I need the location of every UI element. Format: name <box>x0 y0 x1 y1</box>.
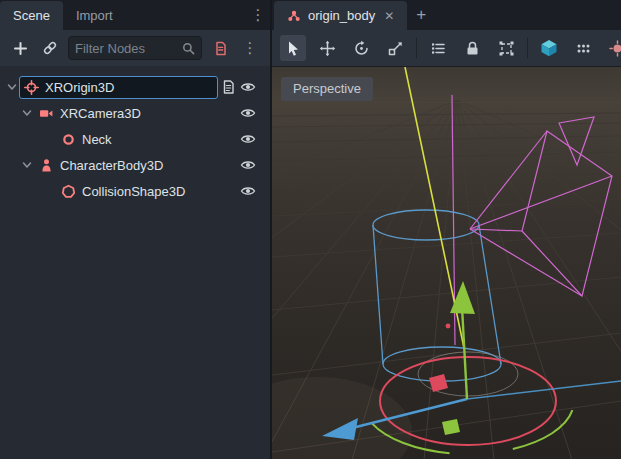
filter-nodes-input[interactable] <box>75 41 182 56</box>
plus-icon <box>13 41 28 56</box>
rotate-tool-button[interactable] <box>348 35 374 61</box>
dock-menu-icon[interactable]: ⋮ <box>246 0 270 30</box>
tree-row-content[interactable]: XRCamera3D <box>34 102 238 125</box>
add-node-button[interactable] <box>8 36 32 60</box>
perspective-menu-button[interactable]: Perspective <box>281 77 373 101</box>
tree-row-selection[interactable]: XROrigin3D <box>19 76 218 99</box>
node-name: XROrigin3D <box>45 80 114 95</box>
group-button[interactable] <box>493 35 519 61</box>
sun-preview-toggle[interactable] <box>604 35 621 61</box>
tree-row-neck[interactable]: Neck <box>0 126 270 152</box>
close-tab-icon[interactable]: ✕ <box>382 9 394 23</box>
node-name: CharacterBody3D <box>60 158 163 173</box>
tab-scene-label: Scene <box>13 8 50 23</box>
new-tab-button[interactable]: + <box>407 0 435 30</box>
select-arrow-icon <box>285 40 302 57</box>
scene-dock: Scene Import ⋮ <box>0 0 270 459</box>
3d-scene-render <box>272 67 621 459</box>
scene-tabs: origin_body ✕ + <box>272 0 621 30</box>
move-tool-button[interactable] <box>314 35 340 61</box>
marker-ring-icon <box>61 132 76 147</box>
cube-icon <box>539 38 559 58</box>
visibility-toggle[interactable] <box>238 107 258 119</box>
viewport-pane: origin_body ✕ + <box>270 0 621 459</box>
tree-row-content[interactable]: Neck <box>56 128 238 151</box>
scale-tool-button[interactable] <box>382 35 408 61</box>
toolbar-separator <box>527 38 528 58</box>
visibility-toggle[interactable] <box>238 159 258 171</box>
node-list-button[interactable] <box>425 35 451 61</box>
xr-origin-icon <box>24 80 39 95</box>
rotate-arc-green[interactable] <box>513 410 573 449</box>
attach-script-button[interactable] <box>208 36 232 60</box>
tab-scene[interactable]: Scene <box>0 1 63 30</box>
eye-icon <box>240 133 256 145</box>
filter-nodes-box <box>68 36 202 60</box>
eye-icon <box>240 81 256 93</box>
rotate-icon <box>353 40 370 57</box>
tab-label: origin_body <box>308 8 375 23</box>
instantiate-scene-button[interactable] <box>38 36 62 60</box>
scene-dock-tabbar: Scene Import ⋮ <box>0 0 270 30</box>
plane-handle-green[interactable] <box>442 419 460 435</box>
move-icon <box>319 40 336 57</box>
sun-icon <box>609 40 621 57</box>
translate-handle-green[interactable] <box>462 307 467 399</box>
list-select-icon <box>430 40 447 57</box>
script-icon <box>222 80 235 94</box>
tree-row-xrcamera3d[interactable]: XRCamera3D <box>0 100 270 126</box>
scene-3d-icon <box>287 9 301 23</box>
visibility-toggle[interactable] <box>238 81 258 93</box>
tab-origin-body[interactable]: origin_body ✕ <box>274 1 407 30</box>
tree-row-content[interactable]: CharacterBody3D <box>34 154 238 177</box>
visibility-toggle[interactable] <box>238 133 258 145</box>
visibility-toggle[interactable] <box>238 185 258 197</box>
scene-tree: XROrigin3D <box>0 66 270 459</box>
scene-menu-icon[interactable]: ⋮ <box>238 36 262 60</box>
tree-row-characterbody3d[interactable]: CharacterBody3D <box>0 152 270 178</box>
lock-button[interactable] <box>459 35 485 61</box>
viewport-3d[interactable]: Perspective <box>272 66 621 459</box>
collapse-arrow-icon[interactable] <box>19 160 34 170</box>
collapse-arrow-icon[interactable] <box>4 82 19 92</box>
group-icon <box>498 40 515 57</box>
node-name: CollisionShape3D <box>82 184 185 199</box>
collision-shape-icon <box>61 184 76 199</box>
eye-icon <box>240 185 256 197</box>
perspective-label: Perspective <box>293 81 361 96</box>
local-space-toggle[interactable] <box>536 35 562 61</box>
tab-import-label: Import <box>76 8 113 23</box>
tab-import[interactable]: Import <box>63 1 126 30</box>
script-red-icon <box>213 41 228 56</box>
tree-row-collisionshape3d[interactable]: CollisionShape3D <box>0 178 270 204</box>
link-icon <box>42 40 58 56</box>
scene-toolbar: ⋮ <box>0 30 270 66</box>
search-icon <box>182 42 195 55</box>
collapse-arrow-icon[interactable] <box>19 108 34 118</box>
godot-editor: Scene Import ⋮ <box>0 0 621 459</box>
tree-row-xrorigin3d[interactable]: XROrigin3D <box>0 74 270 100</box>
select-tool-button[interactable] <box>280 35 306 61</box>
node-name: XRCamera3D <box>60 106 141 121</box>
character-body-icon <box>39 158 54 173</box>
scale-icon <box>387 40 404 57</box>
node-name: Neck <box>82 132 112 147</box>
rotate-ring-red[interactable] <box>380 357 556 445</box>
tree-row-content[interactable]: CollisionShape3D <box>56 180 238 203</box>
eye-icon <box>240 159 256 171</box>
toolbar-separator <box>416 38 417 58</box>
snap-toggle[interactable] <box>570 35 596 61</box>
xr-camera-icon <box>39 106 54 121</box>
lock-icon <box>464 40 481 57</box>
snap-dots-icon <box>575 40 592 57</box>
viewport-toolbar <box>272 30 621 66</box>
eye-icon <box>240 107 256 119</box>
script-button[interactable] <box>218 80 238 94</box>
